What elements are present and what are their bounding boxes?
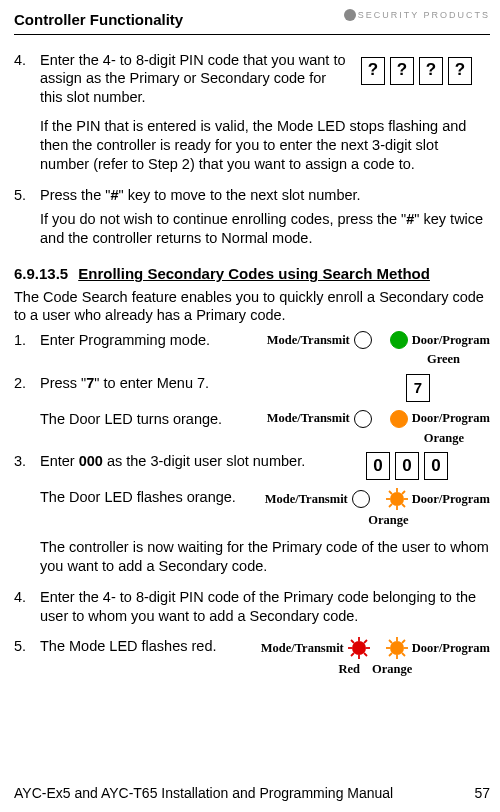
svg-line-13 bbox=[364, 653, 367, 656]
s2step3-text: Enter 000 as the 3-digit user slot numbe… bbox=[40, 452, 356, 471]
mode-led-flash-red-icon bbox=[348, 637, 370, 659]
s2step2-line2: The Door LED turns orange. bbox=[40, 410, 257, 429]
pin-entry-display: ? ? ? ? bbox=[361, 57, 472, 85]
led-color-labels: RedOrange bbox=[338, 661, 412, 677]
step5a-line2: If you do not wish to continue enrolling… bbox=[40, 210, 490, 248]
led-label-right: Door/Program bbox=[412, 491, 490, 507]
mode-led-off-icon bbox=[354, 331, 372, 349]
door-led-orange-icon bbox=[390, 410, 408, 428]
section-title: Enrolling Secondary Codes using Search M… bbox=[78, 265, 430, 282]
mode-led-off-icon bbox=[352, 490, 370, 508]
list-number: 5. bbox=[14, 186, 40, 255]
list-number: 4. bbox=[14, 51, 40, 180]
pin-digit: ? bbox=[361, 57, 385, 85]
door-led-flash-orange-icon bbox=[386, 488, 408, 510]
brand-mark: SECURITY PRODUCTS bbox=[344, 10, 490, 22]
section-number: 6.9.13.5 bbox=[14, 264, 68, 284]
led-status-diagram: Mode/Transmit bbox=[261, 637, 490, 659]
led-label-right: Door/Program bbox=[412, 410, 490, 426]
s2step5-text: The Mode LED flashes red. bbox=[40, 637, 251, 656]
led-color-label: Orange bbox=[368, 512, 408, 528]
footer-page-number: 57 bbox=[474, 784, 490, 802]
led-label-left: Mode/Transmit bbox=[267, 332, 350, 348]
led-label-left: Mode/Transmit bbox=[265, 491, 348, 507]
mode-led-off-icon bbox=[354, 410, 372, 428]
key-7-icon: 7 bbox=[406, 374, 430, 402]
svg-line-15 bbox=[351, 653, 354, 656]
s2step1-text: Enter Programming mode. bbox=[40, 331, 257, 350]
s2step2-line1: Press "7" to enter Menu 7. bbox=[40, 374, 396, 393]
svg-line-6 bbox=[402, 491, 405, 494]
step5a-line1: Press the "#" key to move to the next sl… bbox=[40, 186, 490, 205]
pin-digit: ? bbox=[419, 57, 443, 85]
list-number: 3. bbox=[14, 452, 40, 582]
header-rule bbox=[14, 34, 490, 35]
svg-line-23 bbox=[389, 653, 392, 656]
step4-after: If the PIN that is entered is valid, the… bbox=[40, 117, 490, 174]
step4-text: Enter the 4- to 8-digit PIN code that yo… bbox=[40, 51, 351, 108]
s2step3-after: The controller is now waiting for the Pr… bbox=[40, 538, 490, 576]
door-led-flash-orange-icon bbox=[386, 637, 408, 659]
door-led-green-icon bbox=[390, 331, 408, 349]
led-status-diagram: Mode/Transmit Door/Program bbox=[267, 331, 490, 349]
svg-line-5 bbox=[402, 504, 405, 507]
list-number: 4. bbox=[14, 588, 40, 632]
led-label-right: Door/Program bbox=[412, 640, 490, 656]
led-label-left: Mode/Transmit bbox=[261, 640, 344, 656]
led-status-diagram: Mode/Transmit bbox=[265, 488, 490, 510]
led-label-left: Mode/Transmit bbox=[267, 410, 350, 426]
led-color-label: Green bbox=[427, 351, 460, 367]
pin-digit: 0 bbox=[395, 452, 419, 480]
page-footer: AYC-Ex5 and AYC-T65 Installation and Pro… bbox=[14, 784, 490, 802]
section-intro: The Code Search feature enables you to q… bbox=[14, 288, 490, 326]
s2step4-text: Enter the 4- to 8-digit PIN code of the … bbox=[40, 588, 490, 626]
s2step3-line2: The Door LED flashes orange. bbox=[40, 488, 255, 507]
list-number: 2. bbox=[14, 374, 40, 446]
list-number: 5. bbox=[14, 637, 40, 677]
led-status-diagram: Mode/Transmit Door/Program bbox=[267, 410, 490, 428]
led-color-label: Orange bbox=[424, 430, 464, 446]
page-heading: Controller Functionality bbox=[14, 10, 183, 30]
pin-digit: 0 bbox=[366, 452, 390, 480]
list-number: 1. bbox=[14, 331, 40, 367]
section-heading: 6.9.13.5Enrolling Secondary Codes using … bbox=[14, 264, 490, 284]
svg-line-21 bbox=[402, 653, 405, 656]
pin-digit: 0 bbox=[424, 452, 448, 480]
footer-doc-title: AYC-Ex5 and AYC-T65 Installation and Pro… bbox=[14, 784, 393, 802]
pin-digit: ? bbox=[448, 57, 472, 85]
led-label-right: Door/Program bbox=[412, 332, 490, 348]
pin-digit: ? bbox=[390, 57, 414, 85]
svg-line-7 bbox=[389, 504, 392, 507]
